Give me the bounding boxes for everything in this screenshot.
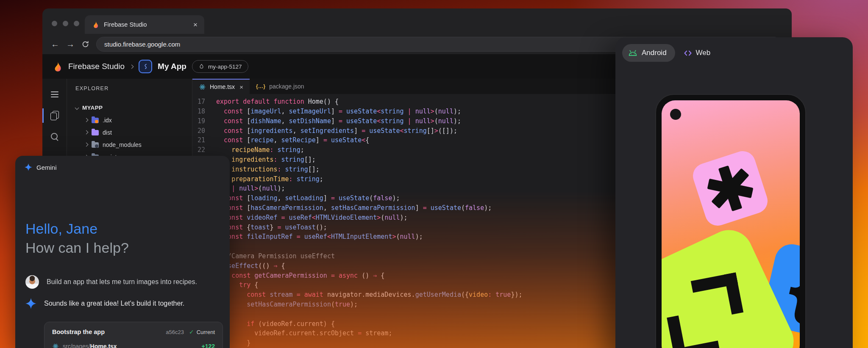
file-tree: MYAPP .idxdistnode_modulesscripts [75, 102, 192, 163]
gemini-message: Sounds like a great idea! Let's build it… [25, 298, 222, 309]
chevron-down-icon [75, 106, 79, 110]
url-text: studio.firebase.google.com [104, 41, 180, 48]
close-tab-icon[interactable]: × [239, 83, 243, 91]
toggle-web-label: Web [696, 49, 711, 57]
toggle-android-label: Android [642, 49, 667, 57]
search-activity-button[interactable] [42, 126, 67, 147]
explorer-activity-button[interactable] [42, 105, 67, 126]
bootstrap-card[interactable]: Bootstrap the app a56c23 ✓ Current src/p… [44, 322, 223, 348]
folder-icon [92, 142, 99, 148]
status-badge: Current [197, 329, 215, 335]
phone-screen: { [662, 100, 800, 348]
toggle-android[interactable]: Android [622, 44, 675, 62]
platform-toggle: Android Web [622, 44, 710, 62]
hamburger-icon [51, 91, 58, 97]
react-icon [199, 83, 206, 91]
card-title: Bootstrap the app [52, 329, 166, 335]
tree-item-dist[interactable]: dist [75, 126, 192, 138]
line-number: 17 [192, 97, 216, 107]
firebase-flame-icon [52, 61, 63, 72]
user-message-text: Build an app that lets me turn images in… [47, 278, 197, 286]
tab-package-json[interactable]: {…} package.json [250, 79, 311, 94]
check-icon: ✓ [189, 329, 194, 335]
explorer-title: EXPLORER [75, 86, 192, 91]
react-icon [52, 343, 59, 348]
user-message: Build an app that lets me turn images in… [25, 275, 222, 289]
line-number: 20 [192, 126, 216, 136]
gemini-star-icon [25, 298, 36, 309]
forward-arrow-icon[interactable]: → [66, 40, 75, 48]
gemini-title: Gemini [36, 164, 57, 171]
project-id-pill[interactable]: my-app-5127 [192, 60, 248, 73]
tree-item-label: node_modules [103, 141, 142, 148]
file-path: src/pages/ [63, 343, 90, 348]
line-number: 19 [192, 116, 216, 126]
tree-item-nodemodules[interactable]: node_modules [75, 138, 192, 151]
chevron-right-icon [84, 118, 89, 122]
gemini-greeting: Hello, Jane How can I help? [25, 219, 129, 257]
tree-item-label: dist [103, 129, 112, 136]
tree-item-label: .idx [103, 117, 112, 124]
breadcrumb-product[interactable]: Firebase Studio [68, 62, 125, 71]
chevron-right-icon [130, 64, 134, 69]
chevron-right-icon [84, 130, 89, 135]
camera-punch-hole [670, 109, 681, 120]
brackets-icon [662, 263, 760, 348]
files-icon [50, 111, 59, 120]
gemini-message-text: Sounds like a great idea! Let's build it… [44, 300, 184, 307]
tree-item-idx[interactable]: .idx [75, 114, 192, 126]
android-icon [628, 50, 637, 56]
browser-chrome: Firebase Studio × [42, 8, 792, 34]
back-arrow-icon[interactable]: ← [51, 40, 59, 48]
gemini-star-icon [25, 163, 32, 171]
project-id-text: my-app-5127 [208, 64, 242, 70]
commit-hash: a56c23 [166, 329, 184, 335]
folder-icon [92, 130, 99, 135]
droplet-icon [198, 64, 205, 70]
maximize-window-dot[interactable] [74, 21, 79, 26]
tree-root-label: MYAPP [82, 105, 103, 111]
tab-home-tsx[interactable]: Home.tsx × [192, 79, 250, 94]
file-name: Home.tsx [90, 343, 117, 348]
asterisk-icon [701, 159, 760, 218]
tab-label: Home.tsx [210, 83, 235, 90]
greeting-line2: How can I help? [25, 238, 129, 257]
close-window-dot[interactable] [52, 21, 57, 26]
firebase-flame-icon [92, 21, 99, 28]
changed-file-row[interactable]: src/pages/Home.tsx +122 [52, 342, 215, 348]
tab-title: Firebase Studio [104, 21, 189, 28]
preview-panel: Android Web { [615, 37, 853, 348]
app-name[interactable]: My App [158, 62, 186, 71]
window-controls[interactable] [52, 21, 79, 26]
menu-button[interactable] [42, 84, 67, 105]
line-number: 18 [192, 107, 216, 116]
gemini-header: Gemini [25, 163, 57, 171]
tab-close-icon[interactable]: × [193, 21, 198, 28]
greeting-line1: Hello, Jane [25, 219, 129, 238]
chevron-right-icon [84, 143, 89, 147]
search-icon [50, 133, 59, 141]
user-avatar [25, 275, 39, 289]
braces-icon: {…} [256, 83, 265, 89]
tree-root-myapp[interactable]: MYAPP [75, 102, 192, 114]
line-number: 21 [192, 135, 216, 145]
stage: Firebase Studio × ← → studio.firebase.go… [0, 0, 868, 348]
android-phone-frame: { [655, 94, 806, 348]
reload-icon[interactable] [81, 40, 89, 48]
folder-icon [92, 118, 99, 123]
line-number: 22 [192, 145, 216, 155]
pink-asterisk-tile [690, 148, 771, 229]
diff-added-count: +122 [201, 343, 215, 348]
app-prototype-icon [139, 60, 152, 73]
browser-tab[interactable]: Firebase Studio × [85, 15, 204, 34]
gemini-panel: Gemini Hello, Jane How can I help? Build… [15, 156, 230, 348]
minimize-window-dot[interactable] [63, 21, 68, 26]
code-icon [684, 50, 692, 57]
tab-label: package.json [269, 83, 304, 90]
toggle-web[interactable]: Web [684, 49, 711, 57]
